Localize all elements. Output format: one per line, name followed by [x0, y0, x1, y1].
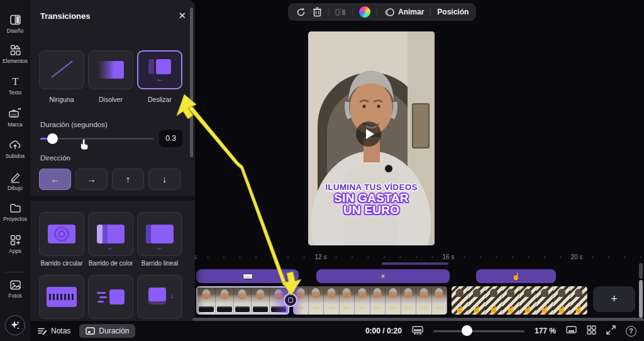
ruler-label-12s: 12 s: [313, 254, 329, 260]
clip-thumbnail-frame: [386, 286, 401, 315]
svg-text:T: T: [12, 75, 19, 87]
sticker-track-1[interactable]: [196, 269, 299, 283]
sidebar-item-label: Subidos: [6, 153, 25, 159]
transition-marker-button[interactable]: [284, 293, 297, 307]
ai-assistant-button[interactable]: [5, 315, 25, 335]
transition-label: Ninguna: [49, 96, 74, 103]
duration-label: Duración (segundos): [40, 121, 108, 128]
sidebar-item-label: Proyectos: [3, 216, 27, 222]
sidebar-item-apps[interactable]: Apps: [0, 234, 30, 254]
clip-thumbnail-frame: [197, 288, 216, 313]
zoom-level: 177 %: [535, 327, 556, 335]
transition-label: Barrido lineal: [142, 260, 178, 267]
sticker-track-2[interactable]: ☀: [316, 269, 450, 283]
direction-down-button[interactable]: ↓: [148, 169, 180, 190]
hand-cursor: [79, 139, 89, 150]
layout-grid-button[interactable]: [587, 325, 596, 337]
transition-option-anomalia[interactable]: [39, 275, 84, 319]
clip-thumbnail-frame: ☝: [570, 286, 587, 315]
upload-cloud-icon: [9, 139, 21, 151]
transition-option-deslizar-selected[interactable]: ←: [137, 50, 182, 89]
timeline-zoom-slider[interactable]: [433, 325, 525, 337]
direction-up-button[interactable]: ↑: [112, 169, 144, 190]
toolbar-separator: [430, 8, 431, 16]
timeline-vertical-scrollbar-thumb[interactable]: [639, 280, 643, 318]
clip-thumbnail-frame: ☝: [519, 286, 536, 315]
delete-button[interactable]: [313, 7, 322, 17]
video-clip-2[interactable]: [293, 286, 447, 315]
sidebar-item-elementos[interactable]: Elementos: [0, 44, 30, 64]
sidebar-item-fotos[interactable]: Fotos: [0, 279, 30, 299]
close-icon[interactable]: ✕: [178, 10, 186, 21]
play-button[interactable]: [356, 121, 381, 147]
sidebar-item-proyectos[interactable]: Proyectos: [0, 203, 30, 222]
sidebar-item-diseno[interactable]: Diseño: [0, 14, 30, 34]
fit-screen-button[interactable]: [566, 326, 577, 337]
notes-label: Notas: [51, 327, 70, 335]
clip-thumbnail-frame: ☝: [553, 286, 570, 315]
sidebar-nav: Diseño Elementos T Texto CO Marca Subido…: [0, 0, 30, 341]
fullscreen-button[interactable]: [606, 325, 616, 337]
color-wipe-icon: ←: [97, 225, 125, 243]
sun-icon: ☀: [380, 273, 386, 280]
transition-option-barrido-circular[interactable]: [39, 212, 84, 256]
clip-thumbnail-frame: [401, 286, 417, 315]
replace-rotate-button[interactable]: [296, 7, 306, 18]
clip-thumbnail-frame: [324, 286, 340, 315]
transition-option-flash[interactable]: [88, 275, 133, 319]
selected-tile-caret: [182, 104, 191, 113]
photos-icon: [9, 279, 21, 291]
add-clip-button[interactable]: +: [593, 286, 635, 312]
dissolve-transition-icon: [97, 61, 124, 79]
clip-thumbnail-frame: ☝: [469, 286, 486, 315]
sidebar-item-label: Diseño: [7, 28, 23, 34]
clip-toolbar: Animar Posición: [288, 3, 476, 21]
transition-option-barrido-color[interactable]: ←: [88, 212, 133, 256]
panel-section-divider: [30, 196, 195, 201]
clip-thumbnail-frame: [370, 286, 386, 315]
animate-button[interactable]: Animar: [384, 8, 424, 17]
sidebar-divider: [5, 272, 25, 272]
direction-right-button[interactable]: →: [75, 169, 108, 190]
transition-option-disolver[interactable]: [88, 50, 133, 89]
clip-thumbnail-frame: [340, 286, 355, 315]
transition-option-ajuste[interactable]: ↓: [137, 275, 182, 319]
color-wheel-button[interactable]: [359, 6, 370, 18]
position-button[interactable]: Posición: [437, 8, 469, 16]
clip-thumbnail-frame: ☝: [452, 286, 469, 315]
duration-tool-button[interactable]: Duración: [79, 324, 135, 338]
video-clip-1-selected[interactable]: [196, 286, 289, 315]
timeline-view-button[interactable]: [412, 326, 423, 337]
clip-thumbnail-frame: [216, 288, 234, 313]
toolbar-separator: [328, 8, 329, 16]
plus-icon: +: [611, 293, 618, 306]
sticker-track-3[interactable]: ☝: [476, 269, 556, 283]
toolbar-separator: [377, 8, 377, 16]
sidebar-item-dibujo[interactable]: Dibujo: [0, 171, 30, 191]
bottom-bar: Notas Duración 0:00 / 0:20 177 %: [30, 321, 644, 341]
toolbar-separator: [352, 8, 353, 16]
duration-slider-knob[interactable]: [47, 133, 58, 144]
video-clip-3[interactable]: ☝☝☝☝☝☝☝☝: [452, 286, 587, 315]
none-transition-icon: [49, 60, 74, 79]
transition-option-ninguna[interactable]: [39, 50, 84, 89]
clip-thumbnail-frame: [309, 286, 325, 315]
zoom-slider-track: [433, 330, 525, 332]
sidebar-item-texto[interactable]: T Texto: [0, 75, 30, 96]
notes-button[interactable]: Notas: [38, 327, 70, 335]
panel-title: Transiciones: [40, 11, 90, 21]
sidebar-item-marca[interactable]: CO Marca: [0, 107, 30, 128]
sidebar-item-label: Texto: [9, 89, 21, 96]
sidebar-item-subidos[interactable]: Subidos: [0, 139, 30, 159]
overlay-strip[interactable]: [382, 262, 448, 265]
transition-option-barrido-lineal[interactable]: ←: [137, 212, 182, 256]
sidebar-item-label: Apps: [9, 248, 21, 254]
timeline-vertical-scrollbar-track[interactable]: [639, 263, 643, 279]
apps-grid-icon: [9, 234, 21, 246]
mirror-button-disabled[interactable]: [335, 8, 346, 17]
zoom-slider-knob[interactable]: [462, 325, 472, 336]
panel-scrollbar[interactable]: [190, 8, 193, 157]
direction-left-button[interactable]: ←: [39, 169, 71, 190]
playhead-time: 0:00 / 0:20: [365, 327, 402, 335]
help-button[interactable]: ?: [626, 326, 636, 337]
